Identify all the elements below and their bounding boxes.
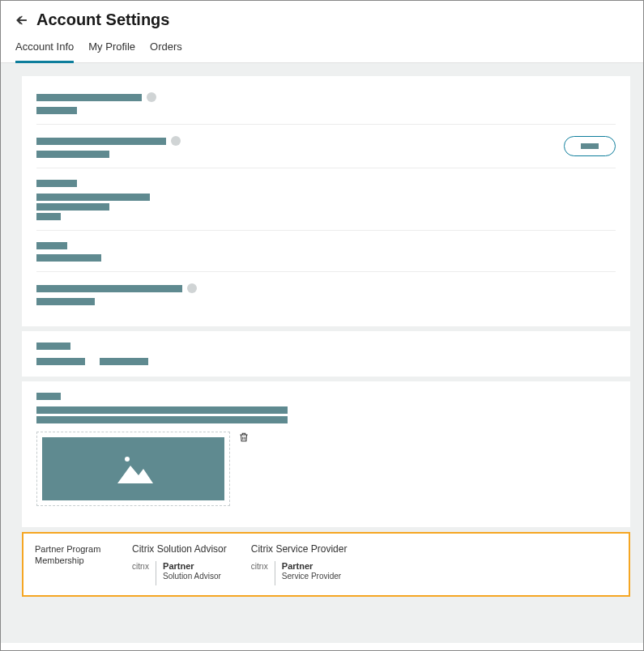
field-value-placeholder xyxy=(36,213,61,220)
panel-secondary xyxy=(22,331,630,377)
field-value-placeholder xyxy=(100,358,148,365)
section-2 xyxy=(36,124,616,168)
trash-icon[interactable] xyxy=(238,432,249,443)
field-value-placeholder xyxy=(36,254,101,262)
partner-program-label: Partner Program Membership xyxy=(35,543,108,585)
tab-orders[interactable]: Orders xyxy=(150,40,182,63)
svg-point-0 xyxy=(125,457,130,462)
panel-image xyxy=(22,381,630,527)
section-3 xyxy=(36,168,616,230)
partner-label: Partner xyxy=(282,561,341,572)
partner-subtype: Solution Advisor xyxy=(163,572,221,581)
divider xyxy=(275,561,275,585)
field-value-placeholder xyxy=(36,358,85,365)
edit-button[interactable] xyxy=(564,136,616,156)
field-label-placeholder xyxy=(36,242,67,249)
field-value-placeholder xyxy=(36,203,109,211)
partner-program-item-title: Citrix Service Provider xyxy=(251,543,348,555)
page-title: Account Settings xyxy=(36,11,169,29)
vendor-label: citrıx xyxy=(132,561,149,571)
field-label-placeholder xyxy=(36,285,182,292)
field-label-placeholder xyxy=(36,343,70,350)
button-label-placeholder xyxy=(581,143,599,149)
help-icon[interactable] xyxy=(147,92,156,102)
field-label-placeholder xyxy=(36,393,61,400)
tabs: Account Info My Profile Orders xyxy=(1,40,643,63)
field-value-placeholder xyxy=(36,298,95,305)
help-icon[interactable] xyxy=(187,283,197,293)
partner-label: Partner xyxy=(163,561,221,572)
image-upload-area[interactable] xyxy=(36,432,230,506)
field-label-placeholder xyxy=(36,94,142,101)
svg-marker-1 xyxy=(117,466,153,483)
vendor-label: citrıx xyxy=(251,561,268,571)
description-placeholder xyxy=(36,416,288,423)
panel-account-details xyxy=(22,76,630,326)
partner-program-item-title: Citrix Solution Advisor xyxy=(132,543,227,555)
partner-subtype: Service Provider xyxy=(282,572,341,581)
field-value-placeholder xyxy=(36,107,77,114)
divider xyxy=(156,561,156,585)
page-header: Account Settings xyxy=(1,1,643,29)
tab-my-profile[interactable]: My Profile xyxy=(88,40,135,63)
field-value-placeholder xyxy=(36,151,109,158)
image-placeholder xyxy=(42,437,224,500)
section-4 xyxy=(36,230,616,271)
partner-program-item: Citrix Solution Advisor citrıx Partner S… xyxy=(132,543,227,585)
content-area: Partner Program Membership Citrix Soluti… xyxy=(1,63,643,643)
description-placeholder xyxy=(36,406,288,414)
section-5 xyxy=(36,271,616,315)
partner-program-item: Citrix Service Provider citrıx Partner S… xyxy=(251,543,348,585)
help-icon[interactable] xyxy=(171,136,181,146)
field-label-placeholder xyxy=(36,138,166,145)
section-1 xyxy=(36,87,616,124)
tab-account-info[interactable]: Account Info xyxy=(15,40,74,63)
field-value-placeholder xyxy=(36,194,150,201)
partner-program-panel: Partner Program Membership Citrix Soluti… xyxy=(22,532,630,597)
back-icon[interactable] xyxy=(15,14,28,27)
field-label-placeholder xyxy=(36,180,77,187)
